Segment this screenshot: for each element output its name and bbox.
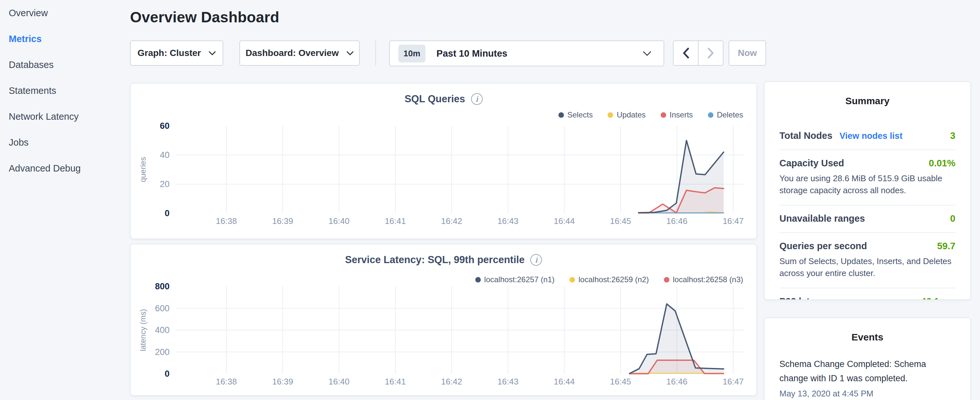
page-title: Overview Dashboard: [130, 8, 279, 26]
svg-text:16:39: 16:39: [272, 377, 293, 386]
summary-label: P99 latency: [780, 296, 831, 300]
svg-text:16:47: 16:47: [723, 216, 744, 226]
svg-text:queries: queries: [138, 157, 147, 183]
chevron-right-icon: [707, 48, 714, 59]
svg-text:40: 40: [160, 150, 170, 160]
sql-queries-chart-card: SQL Queries i SelectsUpdatesInsertsDelet…: [130, 83, 757, 239]
summary-row: Total NodesView nodes list3: [780, 123, 955, 150]
sidebar-nav: OverviewMetricsDatabasesStatementsNetwor…: [0, 0, 130, 400]
summary-title: Summary: [765, 96, 970, 107]
summary-row: P99 latency46.1 ms: [780, 288, 955, 300]
svg-text:latency (ms): latency (ms): [138, 309, 147, 351]
chevron-down-icon: [643, 51, 651, 56]
dashboard-dropdown[interactable]: Dashboard: Overview: [239, 40, 360, 66]
summary-rows: Total NodesView nodes list3Capacity Used…: [780, 123, 955, 300]
sidebar-item-metrics[interactable]: Metrics: [9, 33, 130, 45]
svg-text:16:45: 16:45: [610, 216, 631, 226]
summary-label: Total Nodes: [780, 131, 832, 141]
events-list: Schema Change Completed: Schema change w…: [765, 357, 970, 399]
summary-subtext: You are using 28.6 MiB of 515.9 GiB usab…: [780, 172, 955, 196]
service-latency-chart-card: Service Latency: SQL, 99th percentile i …: [130, 244, 757, 396]
svg-text:16:43: 16:43: [497, 377, 518, 386]
sidebar-item-network-latency[interactable]: Network Latency: [9, 111, 130, 122]
chart-plot: 16:3816:3916:4016:4116:4216:4316:4416:45…: [131, 244, 758, 397]
events-panel: Events Schema Change Completed: Schema c…: [764, 317, 971, 400]
sidebar-item-statements[interactable]: Statements: [9, 85, 130, 96]
svg-text:16:46: 16:46: [667, 216, 687, 226]
time-range-badge: 10m: [398, 45, 425, 62]
svg-text:0: 0: [165, 209, 170, 218]
next-time-button[interactable]: [698, 41, 723, 65]
sidebar-item-databases[interactable]: Databases: [9, 59, 130, 70]
view-nodes-list-link[interactable]: View nodes list: [840, 131, 903, 141]
svg-text:800: 800: [155, 282, 170, 291]
sidebar-item-overview[interactable]: Overview: [9, 7, 130, 19]
event-text: Schema Change Completed: Schema change w…: [780, 357, 955, 386]
summary-value: 46.1 ms: [921, 296, 955, 300]
svg-text:16:42: 16:42: [441, 377, 462, 386]
summary-label: Queries per second: [780, 241, 867, 252]
summary-row: Capacity Used0.01%You are using 28.6 MiB…: [780, 150, 955, 206]
svg-text:16:44: 16:44: [554, 377, 574, 386]
controls-bar: Graph: Cluster Dashboard: Overview 10m P…: [130, 40, 757, 66]
summary-value: 0: [950, 213, 955, 224]
svg-text:16:45: 16:45: [610, 377, 631, 386]
svg-text:16:43: 16:43: [497, 216, 518, 226]
dashboard-dropdown-label: Dashboard: Overview: [245, 48, 339, 58]
svg-text:600: 600: [155, 304, 170, 313]
graph-dropdown-label: Graph: Cluster: [137, 48, 201, 58]
svg-text:16:40: 16:40: [328, 216, 349, 226]
chart-plot: 16:3816:3916:4016:4116:4216:4316:4416:45…: [131, 83, 758, 240]
events-title: Events: [765, 332, 970, 343]
now-button[interactable]: Now: [729, 40, 766, 66]
summary-row: Unavailable ranges0: [780, 206, 955, 233]
svg-text:16:39: 16:39: [272, 216, 293, 226]
summary-label: Unavailable ranges: [780, 213, 865, 224]
event-timestamp: May 13, 2020 at 4:45 PM: [780, 389, 955, 399]
time-range-selector[interactable]: 10m Past 10 Minutes: [389, 40, 664, 66]
svg-text:16:38: 16:38: [216, 216, 237, 226]
graph-dropdown[interactable]: Graph: Cluster: [130, 40, 223, 66]
svg-text:400: 400: [155, 325, 170, 335]
summary-panel: Summary Total NodesView nodes list3Capac…: [764, 81, 971, 300]
chevron-down-icon: [209, 51, 216, 55]
svg-text:200: 200: [155, 347, 170, 357]
summary-value: 3: [950, 131, 955, 141]
svg-text:16:40: 16:40: [328, 377, 349, 386]
time-pager: [673, 40, 724, 66]
summary-value: 59.7: [937, 241, 955, 252]
svg-text:0: 0: [165, 369, 170, 379]
event-item[interactable]: Schema Change Completed: Schema change w…: [780, 357, 955, 399]
prev-time-button[interactable]: [674, 41, 698, 65]
sidebar-item-jobs[interactable]: Jobs: [9, 137, 130, 148]
controls-divider: [375, 40, 376, 66]
svg-text:20: 20: [160, 179, 170, 189]
summary-subtext: Sum of Selects, Updates, Inserts, and De…: [780, 255, 955, 279]
svg-text:16:41: 16:41: [385, 216, 406, 226]
svg-text:16:44: 16:44: [554, 216, 574, 226]
time-range-label: Past 10 Minutes: [436, 48, 507, 59]
svg-text:60: 60: [160, 121, 170, 131]
svg-text:16:41: 16:41: [385, 377, 406, 386]
summary-label: Capacity Used: [780, 158, 844, 169]
sidebar-item-advanced-debug[interactable]: Advanced Debug: [9, 163, 130, 174]
summary-row: Queries per second59.7Sum of Selects, Up…: [780, 233, 955, 288]
svg-text:16:47: 16:47: [723, 377, 744, 386]
svg-text:16:42: 16:42: [441, 216, 462, 226]
chevron-down-icon: [347, 51, 354, 55]
svg-text:16:46: 16:46: [667, 377, 687, 386]
chevron-left-icon: [682, 48, 689, 59]
summary-value: 0.01%: [929, 158, 955, 169]
svg-text:16:38: 16:38: [216, 377, 237, 386]
